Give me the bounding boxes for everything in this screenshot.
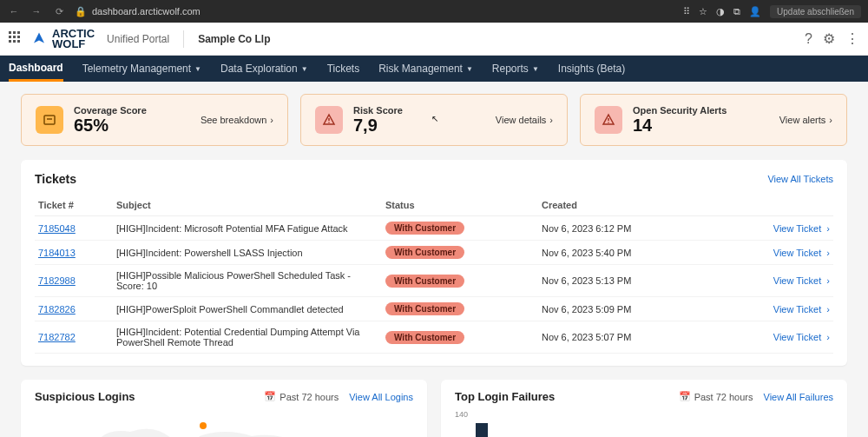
status-badge: With Customer	[385, 331, 464, 344]
svg-rect-9	[44, 116, 55, 124]
suspicious-time-filter[interactable]: 📅 Past 72 hours	[264, 391, 339, 402]
view-all-tickets-link[interactable]: View All Tickets	[767, 174, 833, 184]
svg-rect-0	[9, 31, 11, 34]
view-ticket-link[interactable]: View Ticket ›	[773, 275, 830, 286]
ticket-subject: [HIGH]Incident: Powershell LSASS Injecti…	[113, 241, 382, 265]
view-ticket-link[interactable]: View Ticket ›	[773, 248, 830, 258]
chevron-down-icon: ▼	[194, 65, 201, 73]
svg-rect-6	[9, 40, 11, 43]
view-ticket-link[interactable]: View Ticket ›	[773, 304, 830, 315]
table-row: 7182988[HIGH]Possible Malicious PowerShe…	[35, 265, 833, 297]
chevron-right-icon: ›	[829, 115, 832, 125]
bookmark-icon[interactable]: ☆	[699, 6, 707, 17]
suspicious-logins-panel: Suspicious Logins 📅 Past 72 hours View A…	[21, 380, 427, 437]
svg-rect-4	[13, 36, 16, 38]
risk-icon	[315, 106, 343, 134]
col-created: Created	[538, 195, 694, 216]
help-icon[interactable]: ?	[805, 31, 812, 47]
svg-rect-5	[17, 36, 20, 38]
svg-rect-2	[17, 31, 20, 34]
status-badge: With Customer	[385, 275, 464, 288]
score-cards: Coverage Score 65% See breakdown › Risk …	[21, 94, 847, 146]
chevron-down-icon: ▼	[532, 65, 539, 73]
risk-value: 7,9	[353, 116, 496, 135]
extension-icon[interactable]: ◑	[716, 6, 725, 17]
chevron-right-icon: ›	[549, 115, 553, 125]
ticket-subject: [HIGH]Incident: Potential Credential Dum…	[113, 321, 382, 354]
failures-time-filter[interactable]: 📅 Past 72 hours	[679, 391, 753, 402]
cursor-icon: ↖	[431, 114, 438, 123]
view-all-failures-link[interactable]: View All Failures	[764, 392, 834, 402]
extensions-icon[interactable]: ⧉	[733, 6, 740, 17]
reload-button[interactable]: ⟳	[52, 4, 66, 18]
browser-right-icons: ⠿ ☆ ◑ ⧉ 👤 Update abschließen	[683, 5, 861, 18]
alerts-value: 14	[633, 116, 779, 135]
chevron-down-icon: ▼	[466, 65, 473, 73]
back-button[interactable]: ←	[7, 4, 21, 18]
risk-details-link[interactable]: View details ›	[496, 115, 553, 125]
ticket-created: Nov 6, 2023 5:09 PM	[538, 297, 694, 321]
ticket-subject: [HIGH]Possible Malicious PowerShell Sche…	[113, 265, 382, 297]
calendar-icon: 📅	[679, 391, 691, 402]
ticket-id-link[interactable]: 7184013	[38, 248, 76, 258]
address-bar[interactable]: 🔒 dashboard.arcticwolf.com	[75, 6, 674, 17]
nav-item-data-exploration[interactable]: Data Exploration▼	[220, 56, 308, 82]
ticket-id-link[interactable]: 7182988	[38, 275, 76, 286]
status-badge: With Customer	[385, 302, 464, 315]
risk-label: Risk Score	[353, 105, 496, 116]
coverage-value: 65%	[74, 116, 201, 135]
col-subject: Subject	[113, 195, 382, 216]
brand-line2: WOLF	[52, 39, 95, 50]
table-row: 7185048[HIGH]Incident: Microsoft Potenti…	[35, 216, 833, 241]
svg-rect-1	[13, 31, 16, 34]
forward-button[interactable]: →	[30, 4, 43, 18]
table-row: 7182782[HIGH]Incident: Potential Credent…	[35, 321, 833, 354]
nav-item-dashboard[interactable]: Dashboard	[9, 56, 63, 82]
wolf-icon	[31, 31, 47, 47]
profile-icon[interactable]: 👤	[749, 6, 761, 17]
nav-item-risk-management[interactable]: Risk Management▼	[378, 56, 473, 82]
alerts-icon	[595, 106, 622, 134]
ticket-created: Nov 6, 2023 5:07 PM	[538, 321, 694, 354]
status-badge: With Customer	[385, 246, 464, 259]
portal-label: Unified Portal	[107, 33, 169, 45]
ticket-id-link[interactable]: 7185048	[38, 223, 76, 234]
company-name[interactable]: Sample Co Llp	[198, 33, 270, 45]
tickets-title: Tickets	[35, 172, 76, 186]
svg-point-14	[608, 122, 609, 123]
svg-rect-7	[13, 40, 16, 43]
ticket-created: Nov 6, 2023 5:13 PM	[538, 265, 694, 297]
browser-chrome: ← → ⟳ 🔒 dashboard.arcticwolf.com ⠿ ☆ ◑ ⧉…	[0, 0, 868, 23]
view-alerts-link[interactable]: View alerts ›	[779, 115, 832, 125]
suspicious-title: Suspicious Logins	[35, 390, 264, 403]
settings-icon[interactable]: ⚙	[823, 30, 835, 47]
app-header: ARCTIC WOLF Unified Portal Sample Co Llp…	[0, 23, 868, 56]
ticket-subject: [HIGH]Incident: Microsoft Potential MFA …	[113, 216, 382, 241]
chevron-right-icon: ›	[270, 115, 273, 125]
nav-item-telemetry-management[interactable]: Telemetry Management▼	[82, 56, 201, 82]
svg-rect-3	[9, 36, 11, 38]
brand-logo[interactable]: ARCTIC WOLF	[31, 29, 95, 49]
failures-chart: 140 105	[455, 410, 833, 437]
view-ticket-link[interactable]: View Ticket ›	[773, 223, 830, 234]
coverage-breakdown-link[interactable]: See breakdown ›	[201, 115, 273, 125]
status-badge: With Customer	[385, 222, 464, 235]
map-marker	[200, 422, 207, 429]
ticket-id-link[interactable]: 7182782	[38, 332, 76, 342]
apps-grid-icon[interactable]	[9, 31, 21, 47]
more-icon[interactable]: ⋮	[845, 30, 859, 47]
nav-item-reports[interactable]: Reports▼	[492, 56, 539, 82]
nav-item-insights-beta-[interactable]: Insights (Beta)	[558, 56, 625, 82]
alerts-label: Open Security Alerts	[633, 105, 779, 116]
view-all-logins-link[interactable]: View All Logins	[349, 392, 413, 402]
open-alerts-card: Open Security Alerts 14 View alerts ›	[580, 94, 847, 146]
calendar-icon: 📅	[264, 391, 276, 402]
nav-item-tickets[interactable]: Tickets	[327, 56, 360, 82]
view-ticket-link[interactable]: View Ticket ›	[773, 332, 830, 342]
ticket-id-link[interactable]: 7182826	[38, 304, 76, 315]
risk-score-card: Risk Score 7,9 ↖ View details ›	[300, 94, 568, 146]
chevron-down-icon: ▼	[301, 65, 308, 73]
y-tick: 140	[455, 410, 468, 419]
update-button[interactable]: Update abschließen	[770, 5, 861, 18]
translate-icon[interactable]: ⠿	[683, 6, 690, 17]
